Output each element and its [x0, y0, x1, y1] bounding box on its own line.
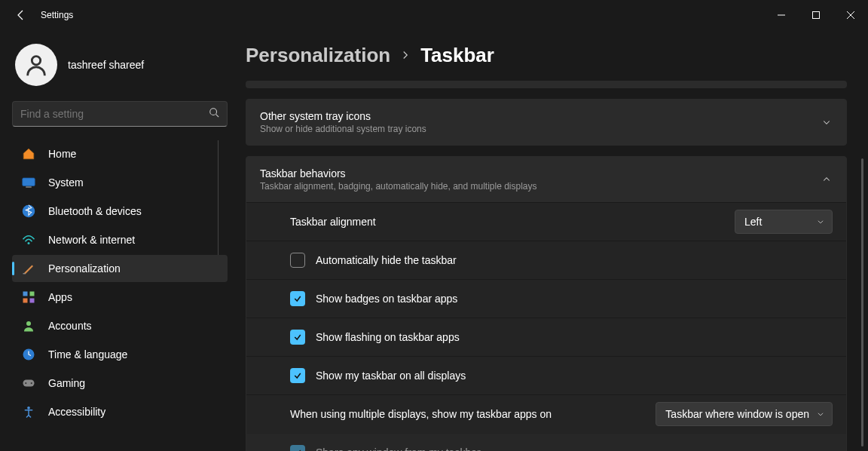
setting-label: Show flashing on taskbar apps [316, 331, 833, 343]
accessibility-icon [21, 404, 36, 419]
svg-rect-5 [23, 178, 35, 186]
personalization-icon [21, 261, 36, 276]
svg-rect-9 [23, 273, 26, 275]
sidebar-item-personalization[interactable]: Personalization [12, 255, 228, 282]
maximize-button[interactable] [799, 0, 833, 30]
svg-rect-6 [26, 186, 32, 188]
svg-point-3 [210, 109, 217, 115]
close-button[interactable] [833, 0, 868, 30]
gaming-icon [21, 376, 36, 391]
taskbar-alignment-dropdown[interactable]: Left [735, 210, 833, 234]
accounts-icon [21, 318, 36, 333]
section-taskbar-behaviors[interactable]: Taskbar behaviors Taskbar alignment, bad… [246, 157, 846, 202]
svg-line-4 [216, 115, 219, 118]
setting-label: Show badges on taskbar apps [316, 293, 833, 305]
row-all-displays: Show my taskbar on all displays [246, 356, 846, 394]
multi-display-dropdown[interactable]: Taskbar where window is open [656, 402, 833, 426]
auto-hide-checkbox[interactable] [290, 253, 305, 268]
sidebar-item-label: Network & internet [48, 234, 135, 246]
back-button[interactable] [12, 6, 30, 24]
svg-point-2 [32, 57, 40, 65]
sidebar-item-label: Accessibility [48, 406, 105, 418]
sidebar-item-label: Apps [48, 291, 72, 303]
main-panel: Personalization Taskbar Other system tra… [234, 30, 868, 451]
dropdown-value: Left [744, 216, 787, 228]
share-window-checkbox[interactable] [290, 445, 305, 451]
svg-rect-12 [23, 299, 28, 303]
setting-label: Show my taskbar on all displays [316, 370, 833, 382]
chevron-down-icon [817, 408, 824, 420]
all-displays-checkbox[interactable] [290, 368, 305, 383]
user-name: tashreef shareef [68, 59, 144, 71]
row-share-window: Share any window from my taskbar [246, 433, 846, 451]
svg-point-17 [25, 382, 26, 384]
sidebar-item-label: Home [48, 148, 76, 160]
svg-point-19 [27, 407, 30, 410]
section-subtitle: Show or hide additional system tray icon… [260, 124, 821, 134]
sidebar-item-system[interactable]: System [12, 169, 228, 196]
collapsed-section-sliver [246, 81, 847, 88]
sidebar-item-label: System [48, 176, 84, 189]
chevron-down-icon [817, 216, 824, 228]
flashing-checkbox[interactable] [290, 330, 305, 345]
svg-rect-11 [30, 292, 35, 296]
row-multi-display: When using multiple displays, show my ta… [246, 394, 846, 433]
badges-checkbox[interactable] [290, 291, 305, 306]
vertical-scrollbar[interactable] [861, 158, 863, 446]
setting-label: Taskbar alignment [290, 216, 724, 228]
home-icon [21, 146, 36, 161]
section-title: Taskbar behaviors [260, 167, 821, 179]
search-box[interactable] [12, 101, 228, 127]
svg-point-18 [31, 382, 32, 384]
system-icon [21, 175, 36, 190]
setting-label: Share any window from my taskbar [316, 446, 833, 451]
network-icon [21, 232, 36, 247]
sidebar-item-accessibility[interactable]: Accessibility [12, 398, 228, 425]
section-other-tray-icons[interactable]: Other system tray icons Show or hide add… [246, 100, 846, 145]
setting-label: Automatically hide the taskbar [316, 254, 833, 266]
sidebar-item-network[interactable]: Network & internet [12, 226, 228, 253]
row-show-badges: Show badges on taskbar apps [246, 279, 846, 318]
setting-label: When using multiple displays, show my ta… [290, 408, 645, 420]
svg-rect-10 [23, 292, 28, 296]
sidebar-item-apps[interactable]: Apps [12, 284, 228, 311]
apps-icon [21, 290, 36, 305]
avatar [15, 44, 57, 86]
sidebar-item-bluetooth[interactable]: Bluetooth & devices [12, 198, 228, 225]
breadcrumb: Personalization Taskbar [246, 44, 847, 67]
sidebar-item-time[interactable]: Time & language [12, 341, 228, 368]
search-input[interactable] [20, 108, 209, 120]
user-account-button[interactable]: tashreef shareef [12, 41, 228, 101]
chevron-up-icon [821, 173, 833, 186]
search-icon [209, 107, 219, 121]
minimize-button[interactable] [764, 0, 799, 30]
time-icon [21, 347, 36, 362]
svg-rect-16 [23, 380, 35, 387]
sidebar-item-home[interactable]: Home [12, 140, 228, 167]
breadcrumb-current: Taskbar [420, 44, 494, 67]
sidebar-item-label: Time & language [48, 348, 127, 360]
row-auto-hide: Automatically hide the taskbar [246, 241, 846, 279]
window-title: Settings [41, 10, 73, 20]
svg-point-8 [28, 242, 30, 244]
dropdown-value: Taskbar where window is open [665, 408, 809, 420]
sidebar-item-label: Gaming [48, 377, 85, 389]
section-subtitle: Taskbar alignment, badging, automaticall… [260, 181, 821, 192]
svg-rect-1 [813, 12, 820, 19]
svg-point-14 [26, 321, 31, 326]
sidebar: tashreef shareef Home System [0, 30, 234, 451]
bluetooth-icon [21, 204, 36, 219]
chevron-right-icon [401, 48, 410, 63]
breadcrumb-parent[interactable]: Personalization [246, 44, 390, 67]
row-taskbar-alignment: Taskbar alignment Left [246, 202, 846, 241]
sidebar-item-label: Accounts [48, 320, 92, 332]
sidebar-item-label: Bluetooth & devices [48, 205, 142, 217]
chevron-down-icon [821, 116, 833, 128]
sidebar-item-label: Personalization [48, 262, 121, 275]
row-show-flashing: Show flashing on taskbar apps [246, 318, 846, 356]
sidebar-item-gaming[interactable]: Gaming [12, 370, 228, 397]
section-title: Other system tray icons [260, 110, 821, 122]
svg-rect-13 [30, 299, 35, 303]
sidebar-item-accounts[interactable]: Accounts [12, 312, 228, 339]
